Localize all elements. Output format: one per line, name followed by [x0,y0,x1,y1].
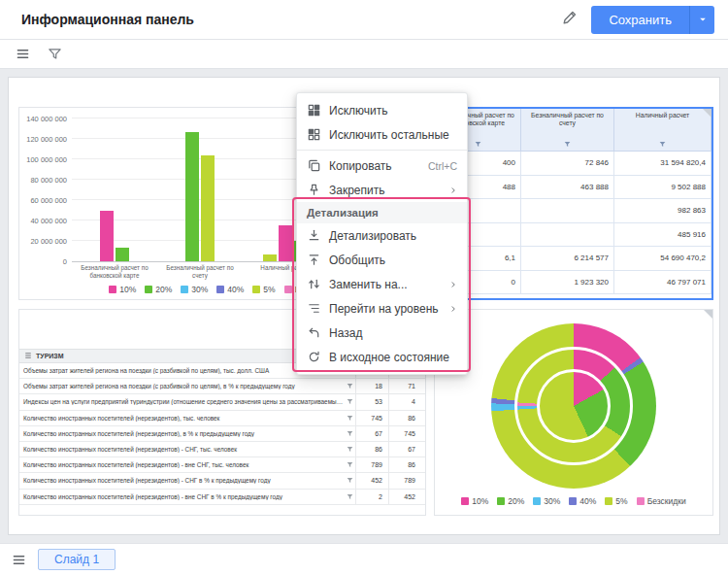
filter-funnel-icon[interactable] [475,141,481,148]
menu-item-replace[interactable]: Заменить на... [297,272,467,296]
table-row[interactable]: Количество иностранных посетителей (нере… [19,426,425,442]
legend-item[interactable]: 5% [252,285,275,294]
exclude-icon [307,103,321,118]
menu-item-label: Исключить остальные [329,128,449,142]
y-axis-label: 100 000 000 [26,155,67,164]
menu-divider [297,150,467,151]
table-cell: 86 [355,442,388,457]
row-label: Объемы затрат жителей региона на поездки… [23,383,344,389]
table-cell: 18 [355,379,388,393]
row-label: Количество иностранных посетителей (нере… [23,461,344,468]
filter-funnel-icon[interactable] [344,415,355,422]
table-row[interactable]: Количество иностранных посетителей (нере… [19,442,425,457]
menu-item-reset[interactable]: В исходное состояние [297,345,467,369]
slide-tab[interactable]: Слайд 1 [38,549,116,570]
legend-item[interactable]: Безскидки [637,496,686,506]
menu-item-exclude[interactable]: Исключить [297,98,467,122]
drill-down-icon [307,228,321,243]
menu-item-back[interactable]: Назад [297,321,467,345]
column-header[interactable]: Безналичный расчет по счету [521,109,614,152]
top-bar-actions: Сохранить [559,6,714,34]
bar-series-10%[interactable] [279,225,292,261]
menu-item-drill-down[interactable]: Детализировать [297,223,467,248]
menu-section-label: Детализация [297,202,467,223]
legend-item[interactable]: 20% [145,285,172,294]
filter-funnel-icon[interactable] [659,141,666,148]
legend-item[interactable]: 40% [569,496,596,506]
menu-item-exclude-others[interactable]: Исключить остальные [297,122,467,147]
menu-item-label: Назад [329,326,362,340]
table-row[interactable]: Количество иностранных посетителей (нере… [19,411,425,426]
y-axis-label: 40 000 000 [30,217,67,225]
filter-funnel-icon[interactable] [344,383,355,389]
legend-item[interactable]: 5% [605,496,627,506]
table-row[interactable]: Индексы цен на услуги предприятий туринд… [19,394,425,410]
row-label: Количество иностранных посетителей (нере… [23,446,344,453]
filter-funnel-icon[interactable] [344,430,355,437]
save-button[interactable]: Сохранить [591,6,689,34]
menu-item-label: Обобщить [329,254,385,267]
donut-chart-widget[interactable]: 10%20%30%40%5%Безскидки [434,309,713,516]
payments-table-widget[interactable]: Безналичный расчет по банковской картеБе… [434,107,713,300]
column-header[interactable]: Наличный расчет [614,109,711,152]
widget-corner-handle[interactable] [703,109,711,118]
menu-icon[interactable] [16,47,30,61]
bar-series-10%[interactable] [100,211,114,262]
table-cell: 9 502 888 [614,176,711,200]
table-row[interactable]: 982 863 [436,199,711,223]
legend-item[interactable]: 20% [497,496,524,506]
donut-ring-2[interactable] [537,369,611,443]
table-row[interactable]: Количество иностранных посетителей (нере… [19,490,425,505]
tourism-table-rows: Объемы затрат жителей региона на поездки… [19,363,425,505]
filter-funnel-icon[interactable] [344,461,355,468]
table-row[interactable]: 40072 84631 594 820,4 [436,152,711,176]
bar-series-20%[interactable] [185,132,199,261]
y-axis-label: 80 000 000 [30,176,67,185]
filter-funnel-icon[interactable] [344,477,355,484]
menu-item-copy[interactable]: КопироватьCtrl+C [297,153,467,178]
legend-item[interactable]: 30% [181,285,208,294]
table-row[interactable]: Количество иностранных посетителей (нере… [19,473,425,489]
filter-funnel-icon[interactable] [344,446,355,453]
filter-funnel-icon[interactable] [564,141,571,148]
table-row[interactable]: 485 916 [436,223,711,248]
table-row[interactable]: 488463 8889 502 888 [436,176,711,200]
bar-series-5%[interactable] [201,155,215,261]
filter-icon[interactable] [48,47,62,61]
bar-group [72,211,157,262]
legend-swatch [109,286,116,293]
top-bar: Информационная панель Сохранить [0,0,728,40]
menu-item-label: Детализировать [329,229,416,243]
column-header-label: Наличный расчет [636,112,689,119]
filter-funnel-icon[interactable] [344,493,355,500]
bar-series-20%[interactable] [116,248,129,261]
table-cell: 452 [388,490,421,504]
donut-chart [491,323,656,489]
widget-corner-handle[interactable] [704,310,712,319]
table-row[interactable]: Количество иностранных посетителей (нере… [19,457,425,473]
legend-item[interactable]: 40% [216,285,244,294]
filter-funnel-icon[interactable] [344,398,355,405]
menu-item-go-to-level[interactable]: Перейти на уровень [297,296,467,321]
legend-item[interactable]: 10% [461,496,488,506]
y-axis-label: 20 000 000 [30,237,67,246]
legend-swatch [637,497,645,505]
menu-item-label: Заменить на... [329,278,408,291]
menu-item-pin[interactable]: Закрепить [297,178,467,202]
table-row[interactable]: 6,16 214 57754 690 470,2 [436,247,711,271]
menu-item-label: Закрепить [329,184,384,197]
bar-series-5%[interactable] [263,254,277,261]
table-cell: 67 [388,442,421,457]
edit-button[interactable] [559,8,579,31]
legend-item[interactable]: 10% [109,285,136,294]
legend-label: Безскидки [647,496,686,506]
slides-menu-icon[interactable] [12,553,26,567]
menu-item-roll-up[interactable]: Обобщить [297,248,467,272]
table-icon [24,352,32,360]
table-row[interactable]: Объемы затрат жителей региона на поездки… [19,379,425,394]
legend-item[interactable]: 30% [533,496,560,506]
table-row[interactable]: 01 923 32046 797 071 [436,271,711,295]
legend-swatch [252,286,260,293]
save-dropdown-button[interactable] [689,6,714,34]
table-cell: 982 863 [614,199,711,223]
